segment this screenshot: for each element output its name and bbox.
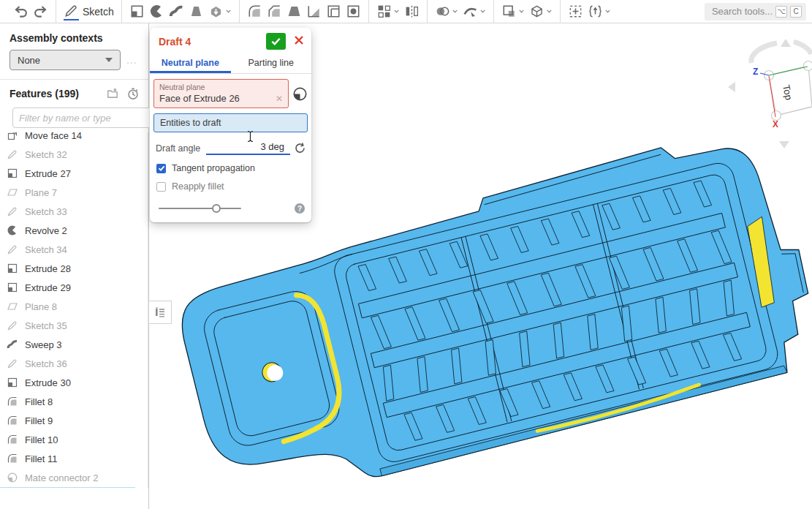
- sketch-icon: [7, 148, 18, 160]
- feature-row-sketch-35[interactable]: Sketch 35: [0, 316, 135, 335]
- tab-neutral-plane[interactable]: Neutral plane: [150, 53, 231, 73]
- feature-row-plane-8[interactable]: Plane 8: [0, 297, 135, 316]
- feature-row-extrude-30[interactable]: Extrude 30: [0, 373, 135, 392]
- draft-angle-input[interactable]: 3 deg: [206, 141, 290, 155]
- toolbar-tool-undo[interactable]: [11, 2, 31, 20]
- cancel-button[interactable]: [292, 35, 306, 48]
- toolbar-tool-sweep[interactable]: [167, 2, 186, 20]
- help-icon[interactable]: ?: [295, 203, 305, 214]
- feature-row-fillet-11[interactable]: Fillet 11: [0, 449, 135, 468]
- toolbar-group: Sketch: [56, 0, 121, 23]
- toolbar-tool-rib[interactable]: [304, 2, 324, 20]
- feature-label: Move face 14: [25, 132, 82, 141]
- undo-icon: [13, 4, 29, 19]
- feature-row-extrude-27[interactable]: Extrude 27: [0, 164, 135, 183]
- toolbar-tool-boolean[interactable]: [433, 2, 460, 20]
- option-reapply-fillet[interactable]: Reapply fillet: [156, 181, 306, 192]
- feature-row-revolve-2[interactable]: Revolve 2: [0, 221, 135, 240]
- toolbar-tool-chamfer[interactable]: [265, 2, 284, 20]
- search-tools-box[interactable]: Search tools... ⌥ C: [705, 3, 806, 20]
- feature-row-sketch-36[interactable]: Sketch 36: [0, 354, 135, 373]
- feature-row-extrude-28[interactable]: Extrude 28: [0, 259, 135, 278]
- toolbar-tool-transform[interactable]: [527, 2, 555, 20]
- transform-icon: [529, 4, 545, 19]
- accept-button[interactable]: [266, 33, 286, 50]
- feature-list-toggle-button[interactable]: [148, 301, 172, 324]
- feature-label: Plane 7: [25, 187, 57, 198]
- checkbox-checked[interactable]: [156, 164, 166, 173]
- assembly-context-more-button[interactable]: ...: [126, 54, 137, 66]
- feature-row-draft-4[interactable]: Draft 4: [0, 487, 135, 488]
- option-tangent-propagation[interactable]: Tangent propagation: [156, 163, 306, 173]
- feature-label: Fillet 8: [25, 396, 53, 407]
- rotate-arc-right[interactable]: [794, 42, 811, 54]
- toolbar-tool-pencil[interactable]: Sketch: [61, 1, 116, 22]
- feature-row-fillet-9[interactable]: Fillet 9: [0, 411, 135, 430]
- slider-track[interactable]: [159, 208, 241, 209]
- feature-row-plane-7[interactable]: Plane 7: [0, 183, 135, 202]
- sweep-icon: [169, 4, 184, 19]
- toolbar-tool-revolve[interactable]: [147, 2, 167, 20]
- feature-label: Sketch 34: [25, 244, 67, 255]
- toolbar-tool-mate-connector-box[interactable]: [566, 2, 585, 20]
- extrude-icon: [7, 282, 18, 293]
- feature-filter-input[interactable]: [12, 108, 156, 128]
- clear-selection-icon[interactable]: ✕: [276, 94, 283, 104]
- rotate-left-arrow[interactable]: [728, 82, 735, 92]
- toolbar-tool-hole[interactable]: [344, 2, 363, 20]
- feature-filter-row: [0, 105, 148, 132]
- neutral-plane-value: Face of Extrude 26: [159, 93, 276, 104]
- feature-row-fillet-8[interactable]: Fillet 8: [0, 392, 135, 411]
- rotate-up-arrow[interactable]: [781, 39, 791, 47]
- feature-label: Extrude 27: [25, 168, 71, 179]
- feature-row-fillet-10[interactable]: Fillet 10: [0, 430, 135, 449]
- boolean-icon: [435, 4, 450, 19]
- pencil-icon: [64, 3, 79, 18]
- feature-row-sketch-34[interactable]: Sketch 34: [0, 240, 135, 259]
- toolbar-group: [368, 0, 427, 23]
- toolbar-tool-thicken[interactable]: [206, 2, 234, 20]
- feature-label: Extrude 30: [25, 377, 71, 388]
- checkbox-unchecked[interactable]: [156, 182, 166, 192]
- assembly-context-value: None: [18, 55, 105, 66]
- feature-row-sketch-33[interactable]: Sketch 33: [0, 202, 135, 221]
- feature-row-sketch-32[interactable]: Sketch 32: [0, 145, 135, 164]
- toolbar-tool-split[interactable]: [460, 2, 488, 20]
- mate-connector-icon[interactable]: [292, 86, 308, 102]
- axis-x-label: X: [773, 119, 778, 129]
- flip-direction-icon[interactable]: [294, 142, 306, 154]
- dialog-tabs: Neutral planeParting line: [150, 53, 311, 74]
- toolbar-tool-fillet[interactable]: [245, 2, 265, 20]
- toolbar-tool-mirror[interactable]: [402, 2, 422, 20]
- toolbar-tool-variable-gizmo[interactable]: [585, 2, 613, 20]
- history-icon[interactable]: [126, 87, 140, 100]
- slider-thumb[interactable]: [212, 204, 221, 213]
- toolbar-tool-shell[interactable]: [324, 2, 344, 20]
- feature-row-sweep-3[interactable]: Sweep 3: [0, 335, 135, 354]
- toolbar-group: [121, 0, 239, 23]
- add-folder-icon[interactable]: [106, 87, 119, 100]
- feature-row-extrude-29[interactable]: Extrude 29: [0, 278, 135, 297]
- fillet-icon: [7, 396, 18, 407]
- split-icon: [463, 4, 478, 19]
- entities-to-draft-field[interactable]: Entities to draft: [153, 113, 308, 132]
- feature-label: Fillet 9: [25, 415, 53, 426]
- toolbar-tool-loft[interactable]: [186, 2, 206, 20]
- assembly-context-select[interactable]: None: [10, 50, 121, 70]
- feature-row-mate-connector-2[interactable]: Mate connector 2: [0, 468, 135, 487]
- toolbar-tool-draft[interactable]: [284, 2, 304, 20]
- neutral-plane-field[interactable]: Neutral plane Face of Extrude 26 ✕: [153, 79, 289, 108]
- toolbar-tool-redo[interactable]: [31, 2, 50, 20]
- plane-icon: [7, 301, 18, 312]
- tab-parting-line[interactable]: Parting line: [231, 53, 312, 73]
- sweep-icon: [7, 339, 18, 350]
- rotate-down-arrow[interactable]: [779, 141, 789, 148]
- rotate-arc-left[interactable]: [751, 43, 777, 63]
- onshape-part-studio: SketchSearch tools... ⌥ C Assembly conte…: [0, 0, 812, 509]
- toolbar-tool-offset-surface[interactable]: [499, 2, 527, 20]
- view-cube[interactable]: Top Z X: [728, 39, 812, 148]
- toolbar-tool-extrude[interactable]: [127, 2, 147, 20]
- feature-row-move-face-14[interactable]: Move face 14: [0, 132, 135, 145]
- chevron-icon: [479, 8, 486, 15]
- toolbar-tool-linear-pattern[interactable]: [374, 2, 402, 20]
